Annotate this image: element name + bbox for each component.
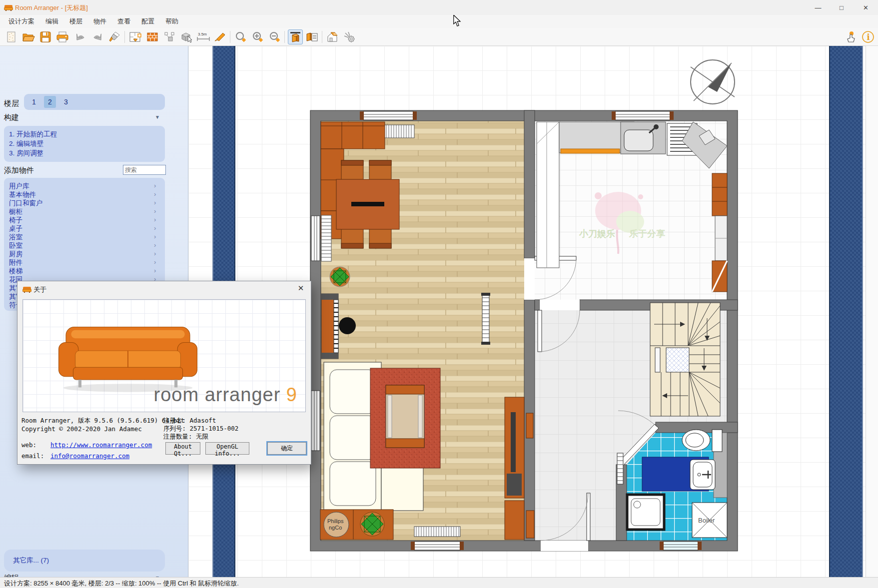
- chevron-right-icon: ›: [154, 250, 156, 257]
- dialog-sofa-icon: [22, 286, 31, 293]
- dialog-close-button[interactable]: ✕: [294, 282, 308, 294]
- window-bottom-living[interactable]: [411, 542, 464, 550]
- menu-design[interactable]: 设计方案: [3, 15, 40, 28]
- undo-button[interactable]: [73, 29, 88, 44]
- search-input[interactable]: [123, 165, 166, 175]
- new-document-button[interactable]: [4, 29, 19, 44]
- open-button[interactable]: [21, 29, 36, 44]
- sofa-product-image: [50, 320, 205, 395]
- window-top-left[interactable]: [360, 111, 417, 120]
- watermark-text-left: 小刀娱乐: [579, 229, 615, 239]
- plant-left[interactable]: [330, 267, 350, 287]
- floor-tab-2[interactable]: 2: [44, 96, 56, 108]
- title-bar: Room Arranger - [无标题] — □ ✕: [0, 0, 878, 15]
- save-button[interactable]: [38, 29, 53, 44]
- category-cabinets[interactable]: 橱柜: [9, 207, 22, 216]
- sideboard-bottom[interactable]: Philips ngCo: [320, 510, 393, 540]
- boiler[interactable]: Boiler: [692, 503, 727, 538]
- ladder-shelf[interactable]: [321, 215, 331, 261]
- website-link[interactable]: http://www.roomarranger.com: [50, 441, 152, 449]
- menu-settings[interactable]: 配置: [136, 15, 160, 28]
- bathroom-sink[interactable]: [690, 460, 715, 490]
- format-brush-button[interactable]: [107, 29, 122, 44]
- measure-draw-button[interactable]: [213, 29, 228, 44]
- floor-tab-3[interactable]: 3: [60, 96, 72, 108]
- about-qt-button[interactable]: About Qt...: [165, 442, 200, 455]
- menu-edit[interactable]: 编辑: [40, 15, 64, 28]
- object-cursor-icon: [180, 31, 193, 43]
- category-stairs[interactable]: 楼梯: [9, 267, 22, 276]
- build-collapse-arrow[interactable]: ▼: [155, 114, 160, 120]
- email-link[interactable]: info@roomarranger.com: [50, 452, 129, 460]
- category-chairs[interactable]: 椅子: [9, 216, 22, 225]
- minimize-button[interactable]: —: [807, 0, 830, 15]
- wall-material-button[interactable]: [145, 29, 160, 44]
- build-step-1[interactable]: 1. 开始新的工程: [9, 130, 57, 139]
- close-button[interactable]: ✕: [854, 0, 878, 15]
- ok-button[interactable]: 确定: [267, 442, 306, 455]
- maximize-button[interactable]: □: [830, 0, 853, 15]
- menu-view[interactable]: 查看: [112, 15, 136, 28]
- window-top-right[interactable]: [612, 111, 674, 120]
- redo-button[interactable]: [90, 29, 105, 44]
- view-3d-button[interactable]: [288, 29, 303, 44]
- copyright-line: Copyright © 2002-2020 Jan Adamec: [21, 425, 142, 433]
- measure-button[interactable]: 3.5m: [196, 29, 211, 44]
- category-bedroom[interactable]: 卧室: [9, 241, 22, 250]
- redo-icon: [91, 31, 103, 43]
- kitchen-right-shelf[interactable]: [712, 173, 727, 216]
- chevron-right-icon: ›: [154, 267, 156, 274]
- walk-settings-button[interactable]: [342, 29, 357, 44]
- transform-points-icon: [163, 31, 175, 43]
- bathroom-radiator[interactable]: [617, 453, 623, 484]
- donate-button[interactable]: [844, 29, 859, 44]
- kitchen-right-cabinet[interactable]: [712, 261, 727, 292]
- object-pick-button[interactable]: [179, 29, 194, 44]
- window-left-upper[interactable]: [311, 216, 320, 261]
- house-3d-button[interactable]: 3D: [325, 29, 340, 44]
- radiator-bottom[interactable]: [414, 527, 460, 537]
- transform-button[interactable]: [162, 29, 177, 44]
- build-step-2[interactable]: 2. 编辑墙壁: [9, 139, 43, 148]
- category-doors-windows[interactable]: 门口和窗户: [9, 199, 43, 208]
- floor-tab-1[interactable]: 1: [28, 96, 40, 108]
- view-3d-list-button[interactable]: [305, 29, 320, 44]
- shower-tray[interactable]: [627, 495, 664, 530]
- chevron-right-icon: ›: [154, 258, 156, 266]
- staircase[interactable]: [650, 303, 720, 416]
- other-libraries-panel: 其它库... (7): [4, 550, 165, 572]
- window-left-lower[interactable]: [311, 391, 320, 451]
- zoom-window-button[interactable]: [233, 29, 248, 44]
- category-bathroom[interactable]: 浴室: [9, 233, 22, 242]
- category-accessories[interactable]: 附件: [9, 258, 22, 267]
- kitchen-right-counter[interactable]: [715, 216, 727, 261]
- build-step-3[interactable]: 3. 房间调整: [9, 149, 43, 158]
- zoom-in-button[interactable]: [250, 29, 265, 44]
- menu-objects[interactable]: 物件: [88, 15, 112, 28]
- coffee-table[interactable]: [386, 385, 424, 448]
- category-user-library[interactable]: 用户库: [9, 182, 29, 191]
- zoom-out-icon: [269, 31, 281, 43]
- kitchen-sink[interactable]: [621, 122, 666, 154]
- opengl-info-button[interactable]: OpenGL info...: [205, 442, 249, 455]
- radiator-near-door[interactable]: [481, 293, 490, 345]
- tv-cabinet[interactable]: [505, 397, 524, 540]
- window-bottom-bathroom[interactable]: [660, 542, 702, 550]
- close-icon: ✕: [863, 4, 869, 11]
- toilet[interactable]: [682, 430, 722, 452]
- menu-help[interactable]: 帮助: [160, 15, 184, 28]
- undo-icon: [74, 31, 86, 43]
- category-kitchen[interactable]: 厨房: [9, 250, 22, 259]
- info-button[interactable]: i: [861, 29, 876, 44]
- zoom-out-button[interactable]: [267, 29, 282, 44]
- edit-walls-button[interactable]: [128, 29, 143, 44]
- piano[interactable]: [321, 294, 338, 359]
- category-basic-objects[interactable]: 基本物件: [9, 190, 36, 199]
- category-tables[interactable]: 桌子: [9, 224, 22, 233]
- menu-bar: 设计方案 编辑 楼层 物件 查看 配置 帮助: [0, 15, 878, 28]
- kitchen-tall-cabinet[interactable]: [537, 122, 559, 268]
- print-button[interactable]: [55, 29, 70, 44]
- stool-black[interactable]: [339, 317, 356, 334]
- other-libraries-link[interactable]: 其它库... (7): [13, 556, 49, 565]
- menu-floors[interactable]: 楼层: [64, 15, 88, 28]
